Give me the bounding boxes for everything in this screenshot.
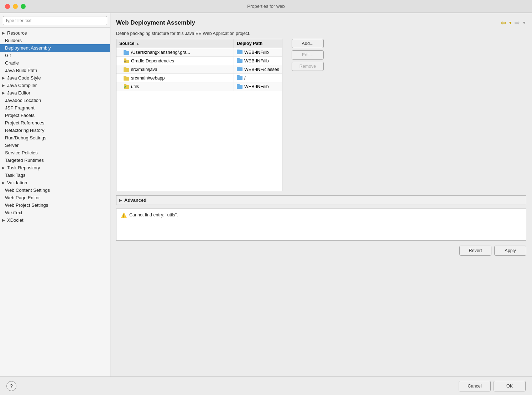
cell-deploy: WEB-INF/lib bbox=[234, 48, 282, 56]
table-row[interactable]: src/main/javaWEB-INF/classes bbox=[116, 65, 282, 74]
minimize-button[interactable] bbox=[13, 4, 18, 9]
deploy-folder-icon bbox=[237, 66, 242, 72]
folder-icon bbox=[124, 76, 129, 81]
sidebar-item-label: Task Repository bbox=[7, 165, 40, 170]
sidebar-item-web-content-settings[interactable]: Web Content Settings bbox=[0, 186, 110, 194]
table-header: Source ▲ Deploy Path bbox=[116, 39, 282, 48]
sidebar-item-task-repository[interactable]: ▶Task Repository bbox=[0, 164, 110, 171]
svg-text:G: G bbox=[124, 60, 126, 63]
expand-arrow-icon: ▶ bbox=[2, 166, 5, 170]
sidebar-item-java-code-style[interactable]: ▶Java Code Style bbox=[0, 74, 110, 82]
sidebar-item-java-compiler[interactable]: ▶Java Compiler bbox=[0, 82, 110, 89]
advanced-section: ▶ Advanced bbox=[116, 195, 526, 205]
revert-button[interactable]: Revert bbox=[459, 246, 491, 256]
table-area: Source ▲ Deploy Path /Users/zhangxianshe… bbox=[110, 39, 532, 191]
sidebar-item-label: Gradle bbox=[5, 60, 19, 66]
sidebar-item-service-policies[interactable]: Service Policies bbox=[0, 149, 110, 157]
svg-rect-10 bbox=[124, 67, 126, 69]
empty-rows bbox=[116, 91, 282, 191]
source-text: /Users/zhangxiansheng/.gra... bbox=[131, 50, 190, 55]
sidebar-item-jsp-fragment[interactable]: JSP Fragment bbox=[0, 104, 110, 112]
svg-rect-21 bbox=[237, 84, 240, 86]
col-source-header: Source ▲ bbox=[116, 39, 234, 48]
filter-input[interactable] bbox=[3, 16, 107, 25]
sidebar-item-targeted-runtimes[interactable]: Targeted Runtimes bbox=[0, 157, 110, 164]
sidebar-item-git[interactable]: Git bbox=[0, 52, 110, 59]
sidebar-item-builders[interactable]: Builders bbox=[0, 37, 110, 44]
advanced-arrow-icon: ▶ bbox=[119, 198, 122, 202]
svg-rect-3 bbox=[237, 50, 240, 51]
sidebar-item-task-tags[interactable]: Task Tags bbox=[0, 171, 110, 179]
ok-button[interactable]: OK bbox=[494, 381, 526, 391]
svg-rect-8 bbox=[237, 58, 240, 60]
deploy-text: WEB-INF/lib bbox=[244, 58, 269, 63]
sidebar-item-label: Web Content Settings bbox=[5, 188, 50, 193]
cell-deploy: WEB-INF/classes bbox=[234, 65, 282, 73]
warning-icon: ⚠️ bbox=[121, 212, 126, 218]
help-button[interactable]: ? bbox=[6, 381, 16, 391]
sidebar-item-java-build-path[interactable]: Java Build Path bbox=[0, 67, 110, 74]
forward-button[interactable]: ⇨ bbox=[514, 18, 521, 27]
sidebar-item-label: Refactoring History bbox=[5, 128, 45, 133]
cancel-button[interactable]: Cancel bbox=[459, 381, 491, 391]
svg-rect-18 bbox=[124, 84, 126, 86]
sidebar-item-run-debug-settings[interactable]: Run/Debug Settings bbox=[0, 134, 110, 142]
forward-dropdown-arrow[interactable]: ▼ bbox=[522, 20, 526, 25]
sidebar-item-project-facets[interactable]: Project Facets bbox=[0, 112, 110, 119]
sidebar-item-xdoclet[interactable]: ▶XDoclet bbox=[0, 216, 110, 224]
cell-deploy: / bbox=[234, 74, 282, 82]
sidebar-item-resource[interactable]: ▶Resource bbox=[0, 29, 110, 37]
add-button[interactable]: Add... bbox=[292, 39, 324, 48]
cell-source: GGradle Dependencies bbox=[116, 57, 234, 65]
edit-button[interactable]: Edit... bbox=[292, 50, 324, 60]
sort-arrow-icon: ▲ bbox=[136, 42, 139, 46]
sidebar-item-label: Project Facets bbox=[5, 113, 35, 118]
sidebar-item-label: JSP Fragment bbox=[5, 105, 35, 111]
panel-description: Define packaging structure for this Java… bbox=[110, 31, 532, 39]
sidebar-tree: ▶ResourceBuildersDeployment AssemblyGitG… bbox=[0, 28, 110, 376]
deploy-folder-icon bbox=[237, 49, 242, 55]
sidebar-item-refactoring-history[interactable]: Refactoring History bbox=[0, 127, 110, 134]
panel-header: Web Deployment Assembly ⇦ ▼ ⇨ ▼ bbox=[110, 13, 532, 31]
bottom-actions: Cancel OK bbox=[459, 381, 526, 391]
sidebar-item-javadoc-location[interactable]: Javadoc Location bbox=[0, 97, 110, 104]
source-text: src/main/java bbox=[131, 67, 157, 72]
back-dropdown-arrow[interactable]: ▼ bbox=[508, 20, 512, 25]
sidebar-item-deployment-assembly[interactable]: Deployment Assembly bbox=[0, 44, 110, 52]
sidebar-item-validation[interactable]: ▶Validation bbox=[0, 179, 110, 186]
sidebar-item-label: Server bbox=[5, 143, 19, 148]
source-text: utils bbox=[131, 84, 139, 89]
source-text: Gradle Dependencies bbox=[131, 58, 174, 63]
utils-icon: G bbox=[124, 84, 129, 89]
maximize-button[interactable] bbox=[21, 4, 26, 9]
sidebar-item-web-page-editor[interactable]: Web Page Editor bbox=[0, 194, 110, 201]
apply-button[interactable]: Apply bbox=[494, 246, 526, 256]
table-row[interactable]: GGradle DependenciesWEB-INF/lib bbox=[116, 57, 282, 65]
sidebar-item-server[interactable]: Server bbox=[0, 142, 110, 149]
sidebar-item-java-editor[interactable]: ▶Java Editor bbox=[0, 89, 110, 97]
sidebar-item-label: Java Compiler bbox=[7, 83, 37, 88]
sidebar-item-label: Git bbox=[5, 53, 11, 58]
window-controls bbox=[5, 4, 26, 9]
svg-rect-12 bbox=[237, 67, 240, 68]
sidebar-item-label: Builders bbox=[5, 38, 22, 43]
remove-button[interactable]: Remove bbox=[292, 62, 324, 71]
cell-deploy: WEB-INF/lib bbox=[234, 82, 282, 91]
back-button[interactable]: ⇦ bbox=[500, 18, 507, 27]
table-row[interactable]: GutilsWEB-INF/lib bbox=[116, 82, 282, 91]
advanced-header[interactable]: ▶ Advanced bbox=[116, 196, 526, 205]
sidebar-item-web-project-settings[interactable]: Web Project Settings bbox=[0, 201, 110, 209]
sidebar-item-label: Javadoc Location bbox=[5, 98, 41, 103]
table-row[interactable]: /Users/zhangxiansheng/.gra...WEB-INF/lib bbox=[116, 48, 282, 57]
svg-rect-16 bbox=[237, 75, 240, 77]
close-button[interactable] bbox=[5, 4, 10, 9]
sidebar-item-label: Resource bbox=[7, 30, 27, 36]
sidebar-item-project-references[interactable]: Project References bbox=[0, 119, 110, 127]
error-box: ⚠️ Cannot find entry: "utils". bbox=[116, 209, 526, 241]
sidebar-item-gradle[interactable]: Gradle bbox=[0, 59, 110, 67]
gradle-icon: G bbox=[124, 58, 129, 64]
cell-source: src/main/webapp bbox=[116, 74, 234, 82]
panel-title: Web Deployment Assembly bbox=[116, 19, 195, 26]
table-row[interactable]: src/main/webapp/ bbox=[116, 74, 282, 82]
sidebar-item-wikitext[interactable]: WikiText bbox=[0, 209, 110, 216]
